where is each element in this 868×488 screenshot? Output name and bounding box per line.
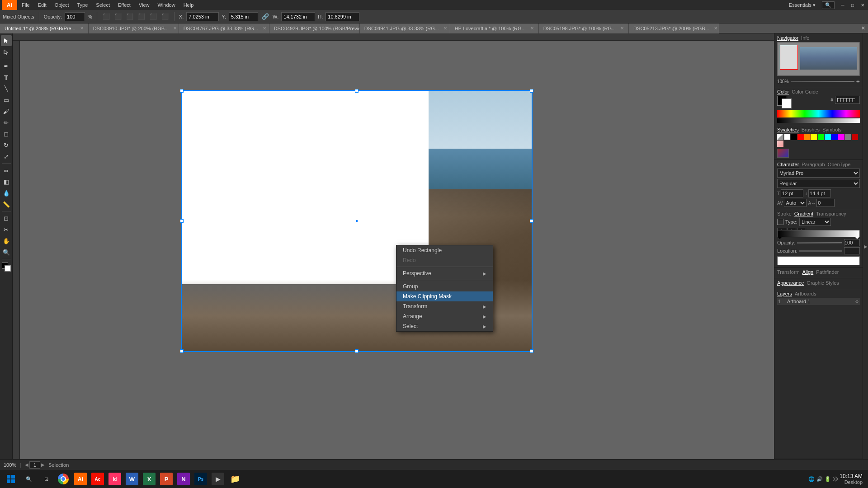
location-input[interactable] <box>844 247 860 254</box>
zoom-slider[interactable] <box>791 81 854 82</box>
paintbrush-tool[interactable]: 🖌 <box>1 106 12 117</box>
menu-window[interactable]: Window <box>154 1 179 9</box>
swatch-white[interactable] <box>784 134 790 140</box>
swatch-yellow[interactable] <box>811 134 817 140</box>
onenote-icon[interactable]: N <box>175 471 192 487</box>
ctx-perspective[interactable]: Perspective ▶ <box>396 268 493 278</box>
swatches-tab[interactable]: Swatches <box>777 127 799 132</box>
x-input[interactable] <box>186 12 219 21</box>
ctx-group[interactable]: Group <box>396 282 493 291</box>
menu-edit[interactable]: Edit <box>34 1 50 9</box>
tab-close-7[interactable]: ✕ <box>714 26 717 31</box>
network-icon[interactable]: 🌐 <box>808 476 815 482</box>
tab-close-4[interactable]: ✕ <box>443 26 447 31</box>
clock-area[interactable]: 10:13 AM Desktop <box>840 473 863 485</box>
gradient-type-select[interactable]: Linear <box>799 218 831 226</box>
tabs-overflow[interactable]: ✕ <box>861 25 868 31</box>
canvas-area[interactable]: Undo Rectangle Redo Perspective ▶ Group … <box>13 33 774 459</box>
swatch-none[interactable] <box>777 134 783 140</box>
gradient-stop-right[interactable] <box>855 237 859 239</box>
artboard-1-row[interactable]: 1 Artboard 1 ⚙ <box>777 298 860 305</box>
tab-7[interactable]: DSC05213.JPG* @ 200% (RGB... ✕ <box>629 23 719 33</box>
eraser-tool[interactable]: ◻ <box>1 128 12 139</box>
tab-6[interactable]: DSC05198.JPG* @ 100% (RG... ✕ <box>539 23 629 33</box>
gradient-bar[interactable] <box>777 230 860 237</box>
swatch-cyan[interactable] <box>825 134 831 140</box>
menu-view[interactable]: View <box>135 1 153 9</box>
swatch-black[interactable] <box>791 134 797 140</box>
slice-tool[interactable]: ✂ <box>1 224 12 235</box>
gradient-stop-left[interactable] <box>778 237 782 239</box>
close-button[interactable]: ✕ <box>859 1 866 9</box>
line-tool[interactable]: ╲ <box>1 83 12 94</box>
battery-icon[interactable]: 🔋 <box>825 476 831 482</box>
tracking-input[interactable] <box>816 199 835 207</box>
pathfinder-tab[interactable]: Pathfinder <box>816 269 839 275</box>
navigator-view-box[interactable] <box>780 45 798 70</box>
w-input[interactable] <box>281 12 315 21</box>
opentype-tab[interactable]: OpenType <box>828 162 851 167</box>
leading-input[interactable] <box>808 189 831 197</box>
color-boxes[interactable] <box>1 262 12 272</box>
photoshop-icon[interactable]: Ps <box>193 471 209 487</box>
excel-icon[interactable]: X <box>141 471 157 487</box>
ctx-undo[interactable]: Undo Rectangle <box>396 245 493 255</box>
essentials-label[interactable]: Essentials ▾ <box>789 2 816 8</box>
maximize-button[interactable]: □ <box>849 1 856 9</box>
link-icon[interactable]: 🔗 <box>261 12 270 21</box>
ctx-transform[interactable]: Transform ▶ <box>396 301 493 311</box>
stroke-tab[interactable]: Stroke <box>777 211 792 216</box>
type-tool[interactable]: T <box>1 72 12 83</box>
menu-type[interactable]: Type <box>74 1 92 9</box>
swatch-magenta[interactable] <box>838 134 844 140</box>
brushes-tab[interactable]: Brushes <box>802 127 820 132</box>
swatch-green[interactable] <box>818 134 824 140</box>
appearance-tab[interactable]: Appearance <box>777 280 804 286</box>
next-page-btn[interactable]: ▶ <box>41 462 45 467</box>
menu-help[interactable]: Help <box>180 1 198 9</box>
menu-object[interactable]: Object <box>51 1 73 9</box>
eyedropper-tool[interactable]: 💧 <box>1 188 12 198</box>
gradient-tool[interactable]: ◧ <box>1 176 12 187</box>
layers-tab[interactable]: Layers <box>777 291 792 296</box>
transform-tab[interactable]: Transform <box>777 269 800 275</box>
minimize-button[interactable]: ─ <box>839 1 846 9</box>
hex-input[interactable] <box>835 96 860 104</box>
powerpoint-icon[interactable]: P <box>158 471 175 487</box>
stroke-color[interactable] <box>5 265 11 272</box>
font-style-select[interactable]: Regular <box>777 179 860 188</box>
artboard-settings-icon[interactable]: ⚙ <box>855 299 859 304</box>
tab-3[interactable]: DSC04929.JPG* @ 100% (RGB/Preview) ✕ <box>269 23 360 33</box>
tab-1[interactable]: DSC03910.JPG* @ 200% (RGB... ✕ <box>89 23 179 33</box>
tab-close-1[interactable]: ✕ <box>173 26 177 31</box>
info-tab[interactable]: Info <box>801 35 809 41</box>
align-left-icon[interactable]: ⬛ <box>102 12 111 21</box>
pen-tool[interactable]: ✒ <box>1 61 12 71</box>
pencil-tool[interactable]: ✏ <box>1 117 12 128</box>
artboards-tab[interactable]: Artboards <box>795 291 816 296</box>
direct-selection-tool[interactable] <box>1 47 12 57</box>
swatch-pink[interactable] <box>777 141 783 147</box>
swatch-gray[interactable] <box>845 134 851 140</box>
tab-close-0[interactable]: ✕ <box>80 26 84 31</box>
tab-2[interactable]: DSC04767.JPG @ 33.33% (RG... ✕ <box>179 23 269 33</box>
tab-4[interactable]: DSC04941.JPG @ 33.33% (RG... ✕ <box>360 23 450 33</box>
start-button[interactable] <box>2 471 20 487</box>
selection-tool[interactable] <box>1 35 12 46</box>
hand-tool[interactable]: ✋ <box>1 235 12 246</box>
swatch-blue[interactable] <box>831 134 838 140</box>
swatch-dark-red[interactable] <box>852 134 858 140</box>
zoom-in-icon[interactable]: + <box>856 78 860 85</box>
gradient-tab[interactable]: Gradient <box>794 211 813 216</box>
search-box[interactable]: 🔍 <box>822 1 835 9</box>
location-slider[interactable] <box>799 250 842 252</box>
background-swatch[interactable] <box>782 99 792 108</box>
swatch-red[interactable] <box>797 134 804 140</box>
file-explorer-icon[interactable]: 📁 <box>227 471 243 487</box>
scale-tool[interactable]: ⤢ <box>1 151 12 162</box>
align-center-icon[interactable]: ⬛ <box>113 12 123 21</box>
tab-5[interactable]: HP Lovecraft.ai* @ 100% (RG... ✕ <box>450 23 539 33</box>
task-view[interactable]: ⊡ <box>38 471 54 487</box>
word-icon[interactable]: W <box>124 471 140 487</box>
color-guide-tab[interactable]: Color Guide <box>792 89 818 94</box>
